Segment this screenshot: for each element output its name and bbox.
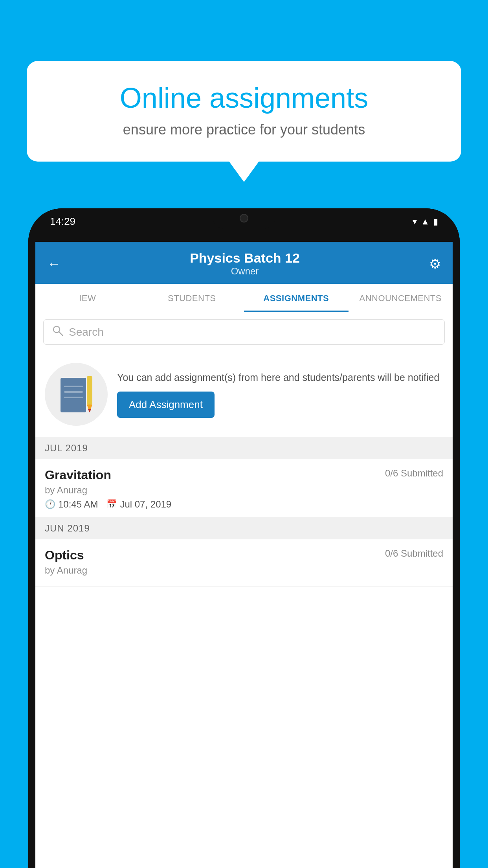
search-bar[interactable]: Search	[43, 319, 445, 345]
promo-text-area: You can add assignment(s) from here and …	[117, 371, 443, 418]
assignment-item-optics[interactable]: Optics 0/6 Submitted by Anurag	[35, 539, 453, 587]
header-title-area: Physics Batch 12 Owner	[61, 250, 429, 277]
calendar-icon: 📅	[106, 499, 117, 509]
screen-content: Search	[35, 312, 453, 868]
speech-bubble-container: Online assignments ensure more practice …	[27, 61, 461, 162]
assignment-author-optics: by Anurag	[45, 565, 443, 576]
phone-notch	[213, 208, 275, 229]
svg-marker-8	[88, 409, 91, 412]
search-icon	[52, 325, 63, 339]
notebook-pencil-icon	[59, 375, 94, 414]
assignment-date: 📅 Jul 07, 2019	[106, 499, 171, 510]
assignment-submitted-optics: 0/6 Submitted	[385, 548, 443, 559]
assignment-row-top-optics: Optics 0/6 Submitted	[45, 548, 443, 563]
assignment-author-gravitation: by Anurag	[45, 485, 443, 496]
clock-icon: 🕐	[45, 499, 55, 509]
assignment-submitted-gravitation: 0/6 Submitted	[385, 468, 443, 479]
app-header: ← Physics Batch 12 Owner ⚙	[35, 242, 453, 284]
signal-icon: ▲	[421, 217, 429, 227]
phone-frame: 14:29 ▾ ▲ ▮ ← Physics Batch 12 Owner ⚙ I…	[28, 208, 460, 868]
month-header-jun: JUN 2019	[35, 517, 453, 539]
promo-icon-circle	[45, 363, 108, 426]
search-bar-wrap: Search	[35, 312, 453, 352]
batch-role: Owner	[61, 266, 429, 277]
promo-description: You can add assignment(s) from here and …	[117, 371, 443, 384]
wifi-icon: ▾	[413, 217, 417, 227]
search-placeholder[interactable]: Search	[69, 326, 104, 338]
svg-line-1	[59, 332, 62, 335]
svg-rect-4	[64, 391, 83, 393]
svg-rect-5	[64, 397, 83, 398]
svg-rect-2	[61, 378, 86, 412]
assignment-name-optics: Optics	[45, 548, 84, 563]
tab-announcements[interactable]: ANNOUNCEMENTS	[349, 284, 453, 312]
phone-screen: ← Physics Batch 12 Owner ⚙ IEW STUDENTS …	[35, 242, 453, 868]
month-header-jul: JUL 2019	[35, 437, 453, 459]
svg-rect-6	[87, 376, 92, 405]
camera	[240, 214, 248, 223]
status-time: 14:29	[50, 215, 75, 228]
phone-notch-area: 14:29 ▾ ▲ ▮	[28, 208, 460, 242]
assignment-time: 🕐 10:45 AM	[45, 499, 98, 510]
battery-icon: ▮	[433, 217, 438, 227]
status-icons: ▾ ▲ ▮	[413, 217, 438, 227]
assignment-date-value: Jul 07, 2019	[120, 499, 171, 510]
speech-bubble-title: Online assignments	[50, 83, 438, 114]
batch-title: Physics Batch 12	[61, 250, 429, 266]
assignment-item-gravitation[interactable]: Gravitation 0/6 Submitted by Anurag 🕐 10…	[35, 459, 453, 517]
assignment-meta-gravitation: 🕐 10:45 AM 📅 Jul 07, 2019	[45, 499, 443, 510]
speech-bubble: Online assignments ensure more practice …	[27, 61, 461, 162]
assignment-row-top: Gravitation 0/6 Submitted	[45, 468, 443, 482]
assignment-time-value: 10:45 AM	[58, 499, 98, 510]
back-button[interactable]: ←	[47, 256, 61, 271]
svg-rect-3	[64, 386, 83, 387]
tab-students[interactable]: STUDENTS	[140, 284, 244, 312]
tab-assignments[interactable]: ASSIGNMENTS	[244, 284, 349, 312]
speech-bubble-subtitle: ensure more practice for your students	[50, 121, 438, 138]
tab-iew[interactable]: IEW	[35, 284, 140, 312]
add-assignment-promo: You can add assignment(s) from here and …	[35, 352, 453, 437]
add-assignment-button[interactable]: Add Assignment	[117, 392, 215, 418]
tabs-bar: IEW STUDENTS ASSIGNMENTS ANNOUNCEMENTS	[35, 284, 453, 312]
settings-icon[interactable]: ⚙	[429, 256, 441, 272]
assignment-name-gravitation: Gravitation	[45, 468, 111, 482]
